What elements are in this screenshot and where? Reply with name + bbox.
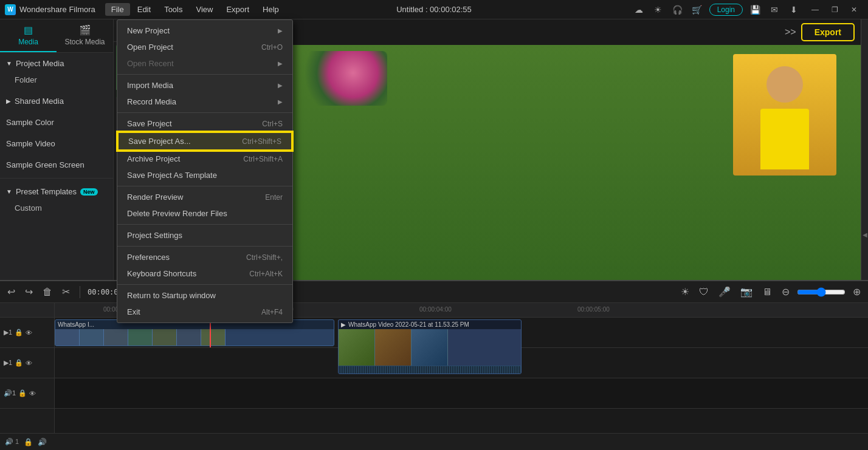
zoom-out-icon[interactable]: ⊖ [779, 285, 792, 299]
menu-open-recent[interactable]: Open Recent ▶ [117, 55, 292, 72]
menu-edit[interactable]: Edit [131, 3, 157, 16]
menu-delete-render-files[interactable]: Delete Preview Render Files [117, 205, 292, 222]
clip-thumb [55, 329, 80, 346]
menu-new-project[interactable]: New Project ▶ [117, 22, 292, 39]
menu-save-as-template[interactable]: Save Project As Template [117, 167, 292, 183]
menu-help[interactable]: Help [257, 3, 285, 16]
monitor-icon[interactable]: 🖥 [760, 285, 774, 299]
login-button[interactable]: Login [709, 4, 743, 16]
clip-thumb [153, 329, 177, 346]
preset-templates-header[interactable]: ▼ Preset Templates New [0, 183, 113, 200]
tab-stock-media[interactable]: 🎬 Stock Media [57, 19, 113, 52]
delete-button[interactable]: 🗑 [40, 285, 55, 299]
undo-button[interactable]: ↩ [5, 285, 18, 299]
menu-keyboard-shortcuts[interactable]: Keyboard Shortcuts Ctrl+Alt+K [117, 265, 292, 282]
menu-open-project[interactable]: Open Project Ctrl+O [117, 39, 292, 55]
audio-lock-icon[interactable]: 🔒 [24, 438, 33, 446]
track-eye-1[interactable]: 👁 [26, 329, 32, 336]
cart-icon[interactable]: 🛒 [690, 2, 704, 17]
track-row-2: ▶ WhatsApp Video 2022-05-21 at 11.53.25 … [55, 348, 868, 378]
app-name: Wondershare Filmora [19, 5, 95, 14]
menu-project-settings[interactable]: Project Settings [117, 227, 292, 244]
track-num-2: ▶1 [4, 359, 12, 367]
menu-save-project-as[interactable]: Save Project As... Ctrl+Shift+S [117, 132, 292, 151]
menu-archive-project[interactable]: Archive Project Ctrl+Shift+A [117, 151, 292, 167]
close-button[interactable]: ✕ [845, 2, 863, 17]
camera-icon[interactable]: 📷 [738, 285, 755, 299]
menu-section-2: Import Media ▶ Record Media ▶ [117, 75, 292, 113]
media-tab-icon: ▤ [24, 24, 33, 36]
menu-export[interactable]: Export [220, 3, 255, 16]
cloud-icon[interactable]: ☁ [632, 2, 646, 17]
menu-section-4: Render Preview Enter Delete Preview Rend… [117, 186, 292, 225]
audio-mute-icon[interactable]: 🔊 [38, 438, 47, 446]
title-bar-right: ☁ ☀ 🎧 🛒 Login 💾 ✉ ⬇ — ❐ ✕ [632, 2, 863, 17]
section-sample-video: Sample Video [0, 133, 113, 154]
menu-section-7: Return to Startup window Exit Alt+F4 [117, 285, 292, 322]
video-clip-1[interactable]: WhatsApp I... [55, 319, 334, 346]
menu-import-media[interactable]: Import Media ▶ [117, 77, 292, 94]
zoom-in-icon[interactable]: ⊕ [850, 285, 863, 299]
menu-preferences[interactable]: Preferences Ctrl+Shift+, [117, 249, 292, 265]
shared-media-header[interactable]: ▶ Shared Media [0, 93, 113, 109]
track-row-audio [55, 378, 868, 409]
minimize-button[interactable]: — [806, 2, 824, 17]
tab-media[interactable]: ▤ Media [0, 19, 57, 52]
window-title: Untitled : 00:00:02:55 [396, 5, 472, 14]
track-lock-1[interactable]: 🔒 [15, 329, 23, 336]
save-project-shortcut: Ctrl+S [262, 120, 283, 128]
sample-color-header[interactable]: Sample Color [0, 114, 113, 131]
section-sample-green-screen: Sample Green Screen [0, 154, 113, 176]
audio-waveform-strip [339, 366, 521, 374]
menu-record-media[interactable]: Record Media ▶ [117, 94, 292, 110]
track-lock-2[interactable]: 🔒 [15, 359, 23, 367]
video-clip-3[interactable]: ▶ WhatsApp Video 2022-05-21 at 11.53.25 … [338, 319, 522, 374]
shield-icon[interactable]: 🛡 [697, 285, 711, 299]
track-num-1: ▶1 [4, 329, 12, 336]
chevron-down-icon: ▼ [6, 60, 12, 67]
track-eye-audio[interactable]: 👁 [29, 390, 36, 397]
sample-green-screen-header[interactable]: Sample Green Screen [0, 157, 113, 173]
video-clip-thumbs [339, 329, 521, 366]
download-icon[interactable]: ⬇ [787, 2, 801, 17]
sample-video-header[interactable]: Sample Video [0, 135, 113, 152]
menu-view[interactable]: View [190, 3, 219, 16]
menu-file[interactable]: File [105, 3, 130, 16]
project-media-header[interactable]: ▼ Project Media [0, 55, 113, 72]
panel-expand-icon[interactable]: >> [785, 27, 796, 38]
export-button[interactable]: Export [801, 23, 855, 41]
mail-icon[interactable]: ✉ [767, 2, 782, 17]
save-icon[interactable]: 💾 [748, 2, 762, 17]
maximize-button[interactable]: ❐ [825, 2, 844, 17]
sidebar-item-folder[interactable]: Folder [0, 72, 113, 88]
menu-exit[interactable]: Exit Alt+F4 [117, 304, 292, 320]
menu-return-startup[interactable]: Return to Startup window [117, 287, 292, 304]
track-lock-audio[interactable]: 🔒 [18, 389, 27, 397]
menu-section-6: Preferences Ctrl+Shift+, Keyboard Shortc… [117, 247, 292, 285]
sample-color-label: Sample Color [6, 118, 54, 127]
zoom-slider[interactable] [797, 287, 846, 297]
menu-render-preview[interactable]: Render Preview Enter [117, 189, 292, 205]
chevron-right-icon: ▶ [6, 98, 11, 104]
menu-section-1: New Project ▶ Open Project Ctrl+O Open R… [117, 20, 292, 75]
project-media-label: Project Media [16, 59, 64, 68]
track-eye-2[interactable]: 👁 [26, 360, 32, 367]
headphone-icon[interactable]: 🎧 [670, 2, 685, 17]
menu-save-project[interactable]: Save Project Ctrl+S [117, 115, 292, 132]
clip-thumb [80, 329, 104, 346]
open-project-shortcut: Ctrl+O [261, 43, 283, 52]
redo-button[interactable]: ↪ [22, 285, 35, 299]
menu-tools[interactable]: Tools [158, 3, 188, 16]
brightness-icon[interactable]: ☀ [651, 2, 666, 17]
cut-button[interactable]: ✂ [60, 285, 72, 299]
chevron-down-icon-2: ▼ [6, 188, 12, 195]
arrow-icon-4: ▶ [278, 98, 283, 105]
track-header-1: ▶1 🔒 👁 [0, 318, 54, 348]
sidebar-item-custom[interactable]: Custom [0, 200, 113, 216]
section-preset-templates: ▼ Preset Templates New Custom [0, 181, 113, 219]
sun-icon[interactable]: ☀ [678, 285, 692, 299]
video-flowers [302, 51, 387, 106]
mic-icon[interactable]: 🎤 [716, 285, 733, 299]
menu-section-3: Save Project Ctrl+S Save Project As... C… [117, 113, 292, 186]
ruler-header [0, 303, 54, 318]
